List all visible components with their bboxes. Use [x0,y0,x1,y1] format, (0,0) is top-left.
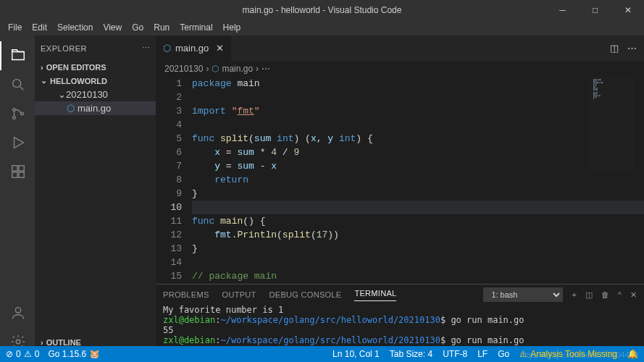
tabs-bar: ⬡ main.go ✕ ◫ ⋯ [156,35,644,61]
source-control-icon[interactable] [0,99,35,128]
menubar: File Edit Selection View Go Run Terminal… [0,20,644,35]
tab-label: main.go [175,43,209,54]
maximize-panel-icon[interactable]: ^ [618,290,622,299]
line-gutter: 123456789101112131415161718192021 [156,77,192,284]
panel-tab-debug[interactable]: DEBUG CONSOLE [269,290,342,299]
more-actions-icon[interactable]: ⋯ [627,43,637,54]
panel-tab-output[interactable]: OUTPUT [222,290,256,299]
menu-help[interactable]: Help [218,21,246,34]
project-section[interactable]: ⌄HELLOWORLD [35,74,156,88]
menu-selection[interactable]: Selection [52,21,98,34]
close-icon[interactable]: ✕ [216,43,224,54]
breadcrumb[interactable]: 20210130 › ⬡ main.go › ⋯ [156,61,644,77]
errors-status[interactable]: ⊘ 0 ⚠ 0 [6,349,39,359]
svg-rect-4 [12,166,17,171]
split-terminal-icon[interactable]: ◫ [585,290,593,300]
tab-size[interactable]: Tab Size: 4 [390,349,432,359]
chevron-down-icon: ⌄ [41,76,47,85]
go-file-icon: ⬡ [212,64,219,74]
terminal-select[interactable]: 1: bash [483,287,563,302]
run-debug-icon[interactable] [0,128,35,157]
encoding[interactable]: UTF-8 [443,349,467,359]
svg-point-9 [16,340,20,344]
window-title: main.go - helloworld - Visual Studio Cod… [243,5,402,15]
search-icon[interactable] [0,70,35,99]
new-terminal-icon[interactable]: + [572,290,576,299]
more-icon[interactable]: ⋯ [142,43,151,53]
code-editor[interactable]: 123456789101112131415161718192021 packag… [156,77,644,284]
tab-actions: ◫ ⋯ [603,43,644,54]
svg-point-0 [13,80,21,88]
code-content[interactable]: package main import "fmt" func split(sum… [192,77,644,284]
split-editor-icon[interactable]: ◫ [610,43,619,54]
minimap[interactable]: ████ ██████ ███ ███ █ ███ ███ █████ ████… [590,77,634,171]
extensions-icon[interactable] [0,157,35,186]
menu-view[interactable]: View [98,21,127,34]
svg-rect-6 [12,172,17,177]
tab-main-go[interactable]: ⬡ main.go ✕ [156,35,232,61]
kill-terminal-icon[interactable]: 🗑 [601,290,609,299]
eol[interactable]: LF [477,349,488,359]
folder-item[interactable]: ⌄20210130 [35,88,156,101]
sidebar-header: EXPLORER ⋯ [35,35,156,61]
explorer-title: EXPLORER [41,44,87,53]
svg-point-2 [13,117,16,119]
go-file-icon: ⬡ [67,103,75,114]
go-version-status[interactable]: Go 1.15.6 🐹 [48,349,100,359]
open-editors-section[interactable]: ›OPEN EDITORS [35,61,156,74]
chevron-down-icon: ⌄ [58,89,66,100]
chevron-right-icon: › [41,63,43,72]
activity-bar [0,35,35,362]
panel-tab-problems[interactable]: PROBLEMS [163,290,209,299]
accounts-icon[interactable] [0,298,35,327]
close-button[interactable]: ✕ [611,0,644,20]
go-file-icon: ⬡ [163,43,171,54]
explorer-icon[interactable] [0,41,35,70]
menu-edit[interactable]: Edit [27,21,52,34]
svg-rect-5 [19,166,24,171]
menu-terminal[interactable]: Terminal [175,21,217,34]
panel-tabs: PROBLEMS OUTPUT DEBUG CONSOLE TERMINAL 1… [156,285,644,305]
close-panel-icon[interactable]: ✕ [630,290,637,300]
menu-run[interactable]: Run [149,21,175,34]
menu-go[interactable]: Go [127,21,149,34]
svg-point-8 [15,308,20,313]
cursor-position[interactable]: Ln 10, Col 1 [333,349,380,359]
svg-point-1 [13,109,16,111]
watermark: https://blog.csdn.net/a772304419 [520,350,638,359]
menu-file[interactable]: File [3,21,27,34]
maximize-button[interactable]: □ [579,0,611,20]
file-item-main-go[interactable]: ⬡main.go [35,101,156,115]
window-controls: ─ □ ✕ [546,0,644,20]
editor-area: ⬡ main.go ✕ ◫ ⋯ 20210130 › ⬡ main.go › ⋯… [156,35,644,362]
language-mode[interactable]: Go [498,349,509,359]
minimize-button[interactable]: ─ [546,0,579,20]
sidebar: EXPLORER ⋯ ›OPEN EDITORS ⌄HELLOWORLD ⌄20… [35,35,156,362]
titlebar: main.go - helloworld - Visual Studio Cod… [0,0,644,20]
svg-rect-7 [19,172,24,177]
panel-tab-terminal[interactable]: TERMINAL [354,289,396,301]
